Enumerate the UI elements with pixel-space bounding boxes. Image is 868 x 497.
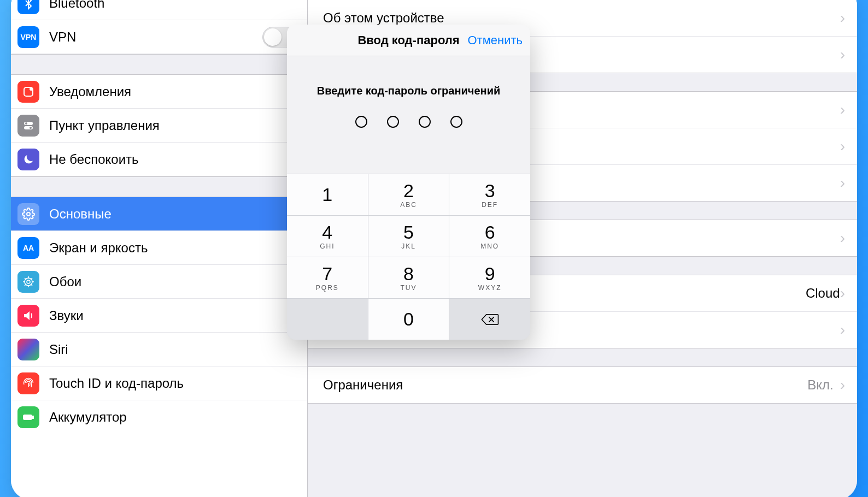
keypad-key-6[interactable]: 6 MNO — [449, 216, 530, 257]
chevron-right-icon: › — [840, 376, 845, 394]
detail-row-label: Об этом устройстве — [323, 10, 840, 26]
sidebar-item-label: Не беспокоить — [49, 152, 297, 167]
notifications-icon — [17, 81, 39, 103]
sidebar-item-display[interactable]: AA Экран и яркость — [11, 231, 307, 265]
modal-header: Ввод код-пароля Отменить — [287, 25, 530, 56]
keypad-blank — [287, 299, 368, 340]
display-icon: AA — [17, 237, 39, 259]
keypad-key-9[interactable]: 9 WXYZ — [449, 257, 530, 298]
battery-icon — [17, 406, 39, 428]
chevron-right-icon: › — [840, 101, 845, 119]
sidebar-item-label: Звуки — [49, 308, 297, 323]
keypad-digit: 4 — [322, 223, 332, 241]
svg-point-4 — [25, 122, 27, 125]
chevron-right-icon: › — [840, 285, 845, 302]
keypad-key-3[interactable]: 3 DEF — [449, 174, 530, 215]
sidebar-item-control-center[interactable]: Пункт управления — [11, 109, 307, 143]
chevron-right-icon: › — [840, 9, 845, 27]
passcode-dot — [450, 116, 462, 128]
sidebar-item-sounds[interactable]: Звуки — [11, 299, 307, 333]
modal-body: Введите код-пароль ограничений — [287, 56, 530, 174]
chevron-right-icon: › — [840, 46, 845, 63]
modal-title: Ввод код-пароля — [357, 33, 459, 48]
keypad-digit: 6 — [485, 223, 495, 241]
control-center-icon — [17, 115, 39, 137]
chevron-right-icon: › — [840, 321, 845, 339]
detail-row-restrictions[interactable]: Ограничения Вкл. › — [308, 366, 857, 404]
sidebar-item-notifications[interactable]: Уведомления — [11, 75, 307, 109]
detail-row-value: Вкл. — [807, 377, 833, 393]
sidebar-item-label: Touch ID и код-пароль — [49, 376, 297, 391]
passcode-dot — [419, 116, 431, 128]
settings-sidebar: Bluetooth VPN VPN Уведомления Пункт упра… — [11, 0, 308, 497]
keypad-letters: GHI — [320, 242, 335, 250]
keypad-letters: DEF — [482, 201, 498, 209]
keypad-digit: 9 — [485, 264, 495, 283]
keypad-backspace[interactable] — [449, 299, 530, 340]
svg-rect-9 — [24, 415, 32, 419]
sidebar-item-siri[interactable]: Siri — [11, 333, 307, 366]
keypad-letters: ABC — [400, 201, 417, 209]
keypad-key-8[interactable]: 8 TUV — [368, 257, 449, 298]
sidebar-item-general[interactable]: Основные — [11, 197, 307, 231]
keypad-digit: 0 — [403, 310, 414, 328]
sidebar-item-label: Основные — [49, 206, 297, 222]
gear-icon — [17, 203, 39, 225]
backspace-icon — [480, 312, 499, 327]
keypad-letters: JKL — [401, 242, 416, 250]
sidebar-item-label: Аккумулятор — [49, 410, 297, 425]
group-separator — [308, 348, 857, 366]
keypad-letters: TUV — [400, 284, 417, 292]
sidebar-item-label: Обои — [49, 274, 297, 289]
keypad-digit: 5 — [403, 223, 414, 241]
chevron-right-icon: › — [840, 138, 845, 155]
sidebar-item-do-not-disturb[interactable]: Не беспокоить — [11, 143, 307, 176]
fingerprint-icon — [17, 372, 39, 394]
sidebar-item-label: Пункт управления — [49, 118, 297, 133]
siri-icon — [17, 339, 39, 360]
svg-point-6 — [27, 212, 30, 216]
sidebar-item-label: Siri — [49, 342, 297, 357]
passcode-dot — [387, 116, 399, 128]
chevron-right-icon: › — [840, 229, 845, 247]
moon-icon — [17, 149, 39, 170]
wallpaper-icon — [17, 271, 39, 293]
keypad-digit: 7 — [322, 264, 332, 283]
sidebar-item-label: Уведомления — [49, 84, 297, 99]
passcode-modal: Ввод код-пароля Отменить Введите код-пар… — [287, 25, 530, 340]
keypad-letters: WXYZ — [478, 284, 502, 292]
svg-point-1 — [30, 87, 33, 91]
cancel-button[interactable]: Отменить — [467, 25, 523, 56]
keypad-key-4[interactable]: 4 GHI — [287, 216, 368, 257]
keypad-digit: 2 — [403, 181, 414, 200]
keypad-key-5[interactable]: 5 JKL — [368, 216, 449, 257]
svg-rect-10 — [32, 416, 33, 418]
keypad-digit: 8 — [403, 264, 414, 283]
bluetooth-icon — [17, 0, 39, 14]
sidebar-item-battery[interactable]: Аккумулятор — [11, 400, 307, 434]
keypad-digit: 1 — [322, 185, 332, 204]
keypad-letters: PQRS — [316, 284, 339, 292]
keypad-key-1[interactable]: 1 — [287, 174, 368, 215]
numeric-keypad: 1 2 ABC 3 DEF 4 GHI 5 JKL 6 MNO — [287, 174, 530, 340]
settings-window: Bluetooth VPN VPN Уведомления Пункт упра… — [11, 0, 857, 497]
speaker-icon — [17, 305, 39, 327]
chevron-right-icon: › — [840, 174, 845, 192]
keypad-key-7[interactable]: 7 PQRS — [287, 257, 368, 298]
keypad-letters: MNO — [480, 242, 499, 250]
vpn-icon: VPN — [17, 26, 39, 48]
sidebar-item-label: Экран и яркость — [49, 240, 297, 256]
sidebar-item-wallpaper[interactable]: Обои — [11, 265, 307, 299]
sidebar-item-touch-id[interactable]: Touch ID и код-пароль — [11, 366, 307, 400]
keypad-digit: 3 — [485, 181, 495, 200]
passcode-prompt: Введите код-пароль ограничений — [317, 85, 500, 97]
keypad-key-2[interactable]: 2 ABC — [368, 174, 449, 215]
group-separator — [11, 54, 307, 75]
svg-point-7 — [27, 280, 30, 283]
detail-row-label: Ограничения — [323, 377, 807, 393]
sidebar-item-vpn[interactable]: VPN VPN — [11, 20, 307, 54]
keypad-key-0[interactable]: 0 — [368, 299, 449, 340]
passcode-dots — [355, 116, 462, 128]
passcode-dot — [355, 116, 367, 128]
sidebar-item-bluetooth[interactable]: Bluetooth — [11, 0, 307, 20]
